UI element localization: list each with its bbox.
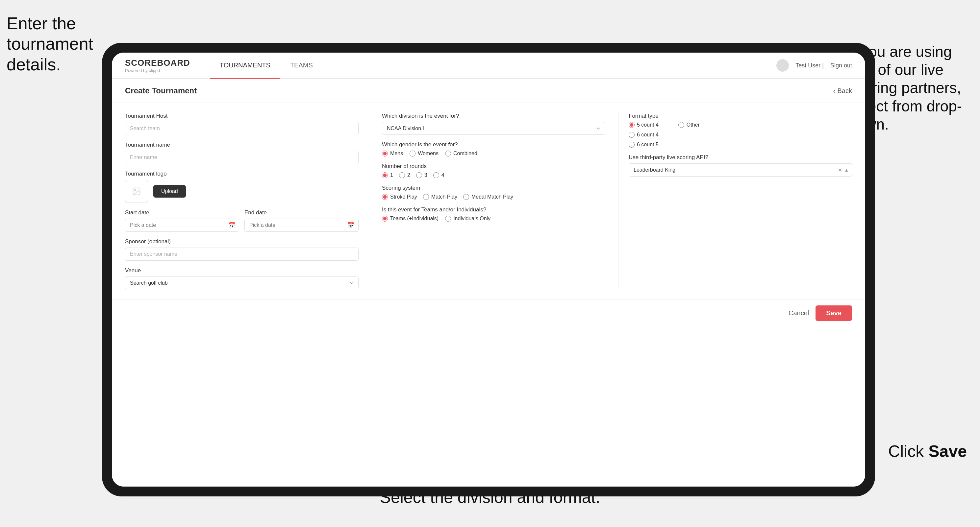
division-select[interactable]: NCAA Division I [382, 122, 605, 135]
end-date-icon: 📅 [347, 222, 355, 229]
format-row-1: 5 count 4 Other [628, 122, 852, 128]
format-row-3: 6 count 5 [628, 142, 852, 148]
format-options: 5 count 4 Other [628, 122, 852, 148]
format-5count4-radio[interactable] [628, 122, 635, 128]
rounds-1-radio[interactable] [382, 172, 388, 178]
live-scoring-field[interactable] [628, 163, 852, 176]
gender-womens-radio[interactable] [410, 151, 415, 157]
brand-title: SCOREBOARD [125, 58, 190, 68]
end-date-group: End date 📅 [244, 210, 359, 232]
sign-out-link[interactable]: Sign out [830, 62, 852, 69]
gender-mens-radio[interactable] [382, 151, 388, 157]
end-date-label: End date [244, 210, 359, 216]
tab-tournaments[interactable]: TOURNAMENTS [210, 52, 280, 79]
name-label: Tournament name [125, 142, 359, 148]
scoring-match-label: Match Play [431, 194, 457, 200]
venue-select[interactable]: Search golf club [125, 276, 359, 289]
individuals-option[interactable]: Individuals Only [445, 216, 490, 222]
rounds-3-radio[interactable] [416, 172, 422, 178]
gender-womens[interactable]: Womens [410, 151, 439, 157]
rounds-2-radio[interactable] [399, 172, 405, 178]
scoring-medal-radio[interactable] [463, 194, 469, 200]
scoring-stroke-label: Stroke Play [390, 194, 417, 200]
individuals-radio[interactable] [445, 216, 451, 222]
gender-combined-label: Combined [453, 151, 477, 157]
form-col-3: Format type 5 count 4 Other [619, 113, 852, 289]
scoring-match-radio[interactable] [423, 194, 429, 200]
venue-group: Venue Search golf club [125, 267, 359, 289]
format-type-group: Format type 5 count 4 Other [628, 113, 852, 148]
annotation-save-bold: Save [928, 442, 967, 460]
gender-combined[interactable]: Combined [445, 151, 477, 157]
tablet-shell: SCOREBOARD Powered by clippd TOURNAMENTS… [102, 43, 875, 497]
name-input[interactable] [125, 151, 359, 164]
back-link[interactable]: ‹ Back [833, 87, 852, 95]
format-6count5[interactable]: 6 count 5 [628, 142, 659, 148]
annotation-click-prefix: Click [888, 442, 928, 460]
annotation-bottom-right: Click Save [888, 441, 967, 461]
scoring-group: Scoring system Stroke Play Match Play [382, 185, 605, 200]
upload-button[interactable]: Upload [153, 185, 186, 198]
rounds-label: Number of rounds [382, 163, 605, 170]
venue-label: Venue [125, 267, 359, 274]
logo-upload-row: Upload [125, 180, 359, 203]
gender-mens[interactable]: Mens [382, 151, 403, 157]
rounds-3[interactable]: 3 [416, 172, 427, 178]
sponsor-label: Sponsor (optional) [125, 238, 359, 245]
sponsor-input[interactable] [125, 248, 359, 261]
format-6count4-label: 6 count 4 [637, 132, 659, 138]
scoring-stroke-radio[interactable] [382, 194, 388, 200]
format-5count4[interactable]: 5 count 4 [628, 122, 659, 128]
tablet-screen: SCOREBOARD Powered by clippd TOURNAMENTS… [112, 52, 865, 487]
start-date-icon: 📅 [228, 222, 235, 229]
format-6count4-radio[interactable] [628, 132, 635, 138]
live-scoring-clear-icon[interactable]: ✕ [838, 167, 842, 173]
cancel-button[interactable]: Cancel [789, 310, 809, 317]
brand-subtitle: Powered by clippd [125, 68, 190, 73]
host-input[interactable] [125, 122, 359, 135]
rounds-2[interactable]: 2 [399, 172, 410, 178]
format-6count5-radio[interactable] [628, 142, 635, 148]
individuals-label-text: Individuals Only [453, 216, 490, 222]
format-other-radio[interactable] [678, 122, 684, 128]
rounds-1-label: 1 [390, 172, 393, 178]
teams-option[interactable]: Teams (+Individuals) [382, 216, 439, 222]
format-other[interactable]: Other [678, 122, 700, 128]
live-scoring-label: Use third-party live scoring API? [628, 154, 852, 161]
user-avatar [776, 59, 789, 71]
end-date-input[interactable] [244, 219, 359, 232]
format-6count4[interactable]: 6 count 4 [628, 132, 659, 138]
form-body: Tournament Host Tournament name Tourname… [112, 103, 865, 299]
logo-group: Tournament logo Upload [125, 171, 359, 203]
scoring-match[interactable]: Match Play [423, 194, 457, 200]
tab-teams[interactable]: TEAMS [280, 52, 323, 79]
gender-womens-label: Womens [418, 151, 439, 157]
tournament-name-group: Tournament name [125, 142, 359, 164]
save-button[interactable]: Save [816, 305, 852, 321]
rounds-1[interactable]: 1 [382, 172, 393, 178]
main-content: Create Tournament ‹ Back Tournament Host… [112, 79, 865, 487]
form-footer: Cancel Save [112, 299, 865, 327]
navbar-right: Test User | Sign out [776, 59, 852, 71]
rounds-4[interactable]: 4 [433, 172, 444, 178]
live-scoring-input-wrapper: ✕ ▲ [628, 163, 852, 176]
gender-combined-radio[interactable] [445, 151, 451, 157]
form-header: Create Tournament ‹ Back [112, 79, 865, 103]
start-date-wrapper: 📅 [125, 219, 239, 232]
live-scoring-expand-icon[interactable]: ▲ [844, 167, 849, 173]
scoring-stroke[interactable]: Stroke Play [382, 194, 417, 200]
start-date-input[interactable] [125, 219, 239, 232]
gender-radio-group: Mens Womens Combined [382, 151, 605, 157]
format-label: Format type [628, 113, 852, 119]
gender-group: Which gender is the event for? Mens Wome… [382, 141, 605, 157]
rounds-4-radio[interactable] [433, 172, 439, 178]
rounds-4-label: 4 [441, 172, 444, 178]
scoring-radio-group: Stroke Play Match Play Medal Match Play [382, 194, 605, 200]
live-scoring-group: Use third-party live scoring API? ✕ ▲ [628, 154, 852, 176]
division-label: Which division is the event for? [382, 113, 605, 119]
navbar: SCOREBOARD Powered by clippd TOURNAMENTS… [112, 52, 865, 79]
scoring-medal[interactable]: Medal Match Play [463, 194, 513, 200]
teams-radio[interactable] [382, 216, 388, 222]
rounds-radio-group: 1 2 3 [382, 172, 605, 178]
brand: SCOREBOARD Powered by clippd [125, 58, 190, 73]
